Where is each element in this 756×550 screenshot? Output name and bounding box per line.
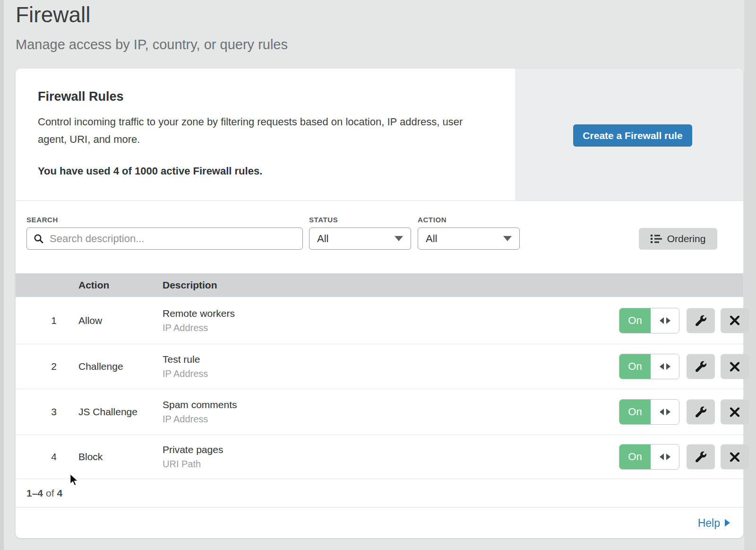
rule-description-title: Private pages [163, 444, 223, 455]
wrench-icon [696, 407, 706, 418]
toggle-on-label: On [619, 308, 651, 333]
rule-action: Block [78, 451, 103, 463]
close-icon [730, 452, 739, 462]
column-header-action: Action [78, 279, 109, 291]
wrench-icon [696, 452, 706, 463]
search-box[interactable] [26, 227, 303, 250]
toggle-on-label: On [619, 354, 651, 379]
delete-rule-button[interactable] [721, 308, 749, 333]
action-select-value: All [426, 233, 437, 245]
rule-priority: 1 [47, 315, 61, 326]
rule-filter-field: URI Path [163, 459, 223, 470]
page-subtitle: Manage access by IP, country, or query r… [16, 37, 288, 52]
rule-priority: 2 [47, 361, 61, 372]
pagination-range-values: 1–4 [26, 488, 43, 499]
card-top-section: Firewall Rules Control incoming traffic … [16, 69, 743, 201]
rule-filter-field: IP Address [163, 323, 235, 333]
right-triangle-icon [725, 519, 730, 527]
table-row: 4 Block Private pages URI Path On [16, 435, 743, 479]
rule-toggle[interactable]: On [619, 308, 679, 333]
table-header: Action Description [16, 273, 743, 297]
edit-rule-button[interactable] [687, 354, 715, 379]
close-icon [730, 316, 739, 325]
rule-description-title: Spam comments [163, 399, 237, 410]
rule-toggle[interactable]: On [619, 399, 679, 425]
pagination-total: 4 [57, 488, 63, 499]
rule-description: Remote workers IP Address [163, 308, 235, 333]
search-icon [34, 234, 44, 244]
toggle-on-label: On [619, 400, 651, 424]
ordering-button-label: Ordering [667, 233, 706, 244]
search-label: SEARCH [26, 216, 58, 224]
rules-list: 1 Allow Remote workers IP Address On 2 C… [16, 297, 743, 479]
delete-rule-button[interactable] [721, 445, 749, 470]
toggle-arrows-icon [651, 400, 679, 424]
action-label: ACTION [418, 216, 447, 224]
rule-description: Private pages URI Path [163, 444, 223, 470]
edit-rule-button[interactable] [687, 445, 715, 470]
list-icon [651, 234, 662, 244]
rule-action: Allow [78, 315, 102, 326]
help-link[interactable]: Help [698, 516, 730, 529]
chevron-down-icon [395, 236, 403, 241]
create-firewall-rule-button[interactable]: Create a Firewall rule [573, 124, 692, 147]
rule-description-title: Remote workers [163, 308, 235, 319]
pagination-bar: 1–4 of 4 [16, 479, 743, 507]
wrench-icon [696, 361, 706, 372]
chevron-down-icon [503, 236, 512, 241]
wrench-icon [696, 315, 706, 326]
edit-rule-button[interactable] [687, 400, 715, 425]
rule-filter-field: IP Address [163, 414, 237, 425]
status-select[interactable]: All [309, 227, 411, 250]
rule-filter-field: IP Address [163, 368, 208, 379]
rule-description: Spam comments IP Address [163, 399, 237, 425]
help-link-label: Help [698, 516, 720, 529]
rule-toggle[interactable]: On [619, 354, 679, 379]
column-header-description: Description [163, 279, 217, 291]
page-title: Firewall [16, 2, 90, 27]
status-select-value: All [317, 233, 328, 245]
toggle-arrows-icon [651, 445, 679, 469]
card-heading: Firewall Rules [38, 89, 124, 104]
table-row: 2 Challenge Test rule IP Address On [16, 344, 743, 389]
ordering-button[interactable]: Ordering [639, 228, 717, 250]
firewall-rules-card: Firewall Rules Control incoming traffic … [16, 69, 743, 538]
rule-priority: 3 [47, 406, 61, 418]
table-row: 1 Allow Remote workers IP Address On [16, 297, 743, 344]
rule-action: Challenge [78, 361, 123, 372]
toggle-on-label: On [619, 445, 651, 469]
close-icon [730, 362, 739, 371]
edit-rule-button[interactable] [687, 308, 715, 333]
rule-priority: 4 [47, 451, 61, 463]
usage-note: You have used 4 of 1000 active Firewall … [38, 165, 262, 177]
close-icon [730, 407, 739, 417]
status-label: STATUS [309, 216, 338, 224]
rule-description-title: Test rule [163, 354, 208, 365]
window-edge-left [0, 0, 4, 550]
pagination-range: 1–4 of 4 [26, 488, 62, 499]
pagination-of-word: of [46, 488, 54, 499]
rule-description: Test rule IP Address [163, 354, 208, 379]
rule-action: JS Challenge [78, 406, 137, 418]
rule-toggle[interactable]: On [619, 444, 679, 470]
search-input[interactable] [49, 232, 296, 245]
card-description: Control incoming traffic to your zone by… [38, 113, 494, 148]
table-row: 3 JS Challenge Spam comments IP Address … [16, 389, 743, 435]
card-footer: Help [16, 507, 743, 538]
action-select[interactable]: All [418, 227, 520, 250]
delete-rule-button[interactable] [721, 354, 749, 379]
toggle-arrows-icon [651, 308, 679, 333]
toggle-arrows-icon [651, 354, 679, 379]
delete-rule-button[interactable] [721, 400, 749, 425]
